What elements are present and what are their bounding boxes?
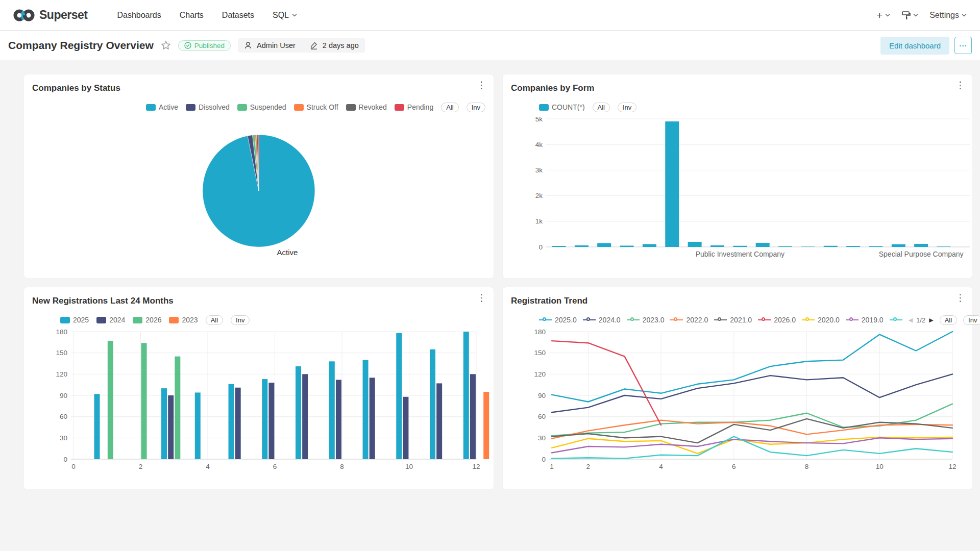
svg-text:4k: 4k (535, 141, 543, 148)
svg-text:8: 8 (340, 463, 344, 470)
svg-text:6: 6 (273, 463, 277, 470)
main-nav: Dashboards Charts Datasets SQL (117, 11, 297, 20)
svg-text:150: 150 (534, 349, 546, 357)
check-circle-icon (184, 42, 191, 49)
svg-text:Active: Active (277, 248, 298, 257)
svg-text:120: 120 (534, 370, 546, 378)
superset-logo[interactable]: Superset (13, 8, 87, 23)
dashboard-canvas: Companies by Status ⋮ ActiveDissolvedSus… (0, 60, 980, 551)
new-item-button[interactable]: + (876, 10, 890, 20)
owner-name: Admin User (257, 41, 296, 49)
svg-text:60: 60 (60, 413, 67, 420)
svg-text:120: 120 (56, 370, 67, 378)
svg-text:180: 180 (56, 328, 67, 336)
svg-text:6: 6 (732, 463, 736, 470)
svg-text:60: 60 (538, 413, 546, 420)
svg-text:12: 12 (948, 463, 956, 470)
svg-text:1k: 1k (535, 217, 543, 225)
svg-text:0: 0 (542, 456, 546, 463)
chart-card-new-registrations: New Registrations Last 24 Months ⋮ 20252… (24, 287, 494, 489)
svg-text:4: 4 (206, 463, 210, 470)
svg-text:5k: 5k (535, 115, 543, 123)
svg-text:2k: 2k (535, 192, 543, 199)
svg-text:8: 8 (805, 463, 809, 470)
svg-text:10: 10 (405, 463, 413, 470)
nav-charts[interactable]: Charts (180, 11, 204, 20)
edit-dashboard-button[interactable]: Edit dashboard (880, 37, 949, 55)
svg-text:10: 10 (876, 463, 884, 470)
dashboard-meta: Admin User 2 days ago (238, 38, 365, 53)
trend-line-chart: 0306090120150180124681012 (503, 287, 972, 489)
status-pie-chart: Active (24, 74, 494, 278)
svg-text:1: 1 (550, 463, 554, 470)
last-modified: 2 days ago (323, 41, 359, 49)
svg-text:Special Purpose Company: Special Purpose Company (879, 250, 964, 258)
user-icon (244, 41, 252, 49)
chevron-down-icon (962, 13, 967, 17)
page-title: Company Registry Overview (8, 39, 154, 52)
chevron-down-icon (913, 13, 918, 17)
logo-wordmark: Superset (39, 8, 87, 22)
svg-text:150: 150 (56, 349, 67, 357)
nav-datasets[interactable]: Datasets (222, 11, 254, 20)
status-badge: Published (178, 40, 231, 51)
svg-text:0: 0 (63, 456, 67, 463)
nav-sql[interactable]: SQL (273, 11, 297, 20)
svg-text:30: 30 (538, 434, 546, 442)
svg-text:4: 4 (659, 463, 663, 470)
svg-text:12: 12 (472, 463, 480, 470)
chevron-down-icon (885, 13, 890, 17)
svg-text:3k: 3k (535, 166, 543, 174)
svg-text:Public Investment Company: Public Investment Company (696, 250, 785, 258)
svg-text:0: 0 (538, 243, 543, 251)
plus-icon: + (876, 10, 883, 20)
more-options-button[interactable]: ... (954, 37, 972, 54)
favorite-star-icon[interactable] (161, 40, 171, 51)
svg-text:30: 30 (60, 434, 67, 442)
svg-text:180: 180 (534, 328, 546, 336)
svg-text:90: 90 (60, 392, 67, 399)
edit-pencil-icon[interactable] (310, 41, 318, 49)
registrations-grouped-bar-chart: 0306090120150180024681012 (24, 287, 494, 489)
paint-roller-icon (901, 11, 911, 20)
superset-infinity-icon (13, 8, 35, 23)
chart-card-companies-by-status: Companies by Status ⋮ ActiveDissolvedSus… (24, 74, 494, 278)
top-navigation: Superset Dashboards Charts Datasets SQL … (0, 0, 980, 31)
svg-text:2: 2 (139, 463, 143, 470)
chevron-down-icon (292, 13, 297, 17)
svg-text:2: 2 (586, 463, 591, 470)
theme-tools-button[interactable] (901, 11, 918, 20)
chart-card-registration-trend: Registration Trend ⋮ 2025.02024.02023.02… (503, 287, 972, 489)
settings-menu[interactable]: Settings (929, 11, 967, 20)
dashboard-title-bar: Company Registry Overview Published Admi… (0, 31, 980, 60)
svg-text:90: 90 (538, 392, 546, 399)
form-bar-chart: 01k2k3k4k5kPublic Investment CompanySpec… (503, 74, 972, 278)
chart-card-companies-by-form: Companies by Form ⋮ COUNT(*)AllInv 01k2k… (503, 74, 972, 278)
svg-text:0: 0 (71, 463, 76, 470)
nav-dashboards[interactable]: Dashboards (117, 11, 161, 20)
